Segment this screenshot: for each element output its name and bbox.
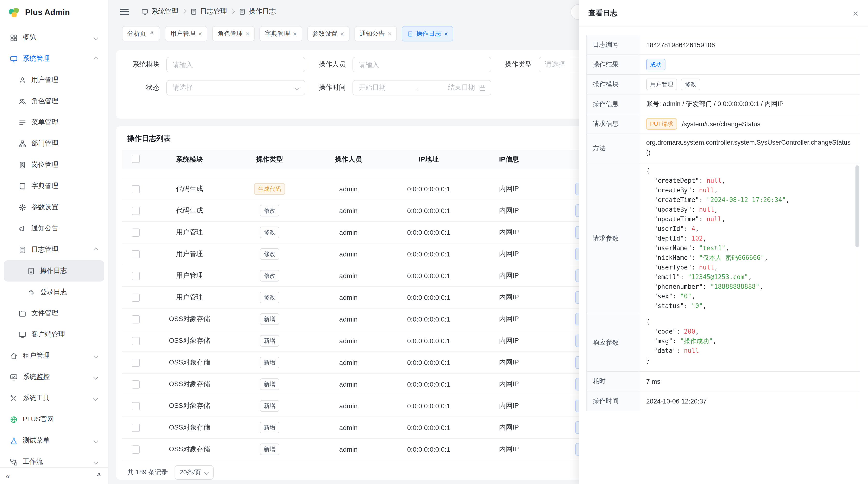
row-checkbox[interactable] bbox=[132, 445, 140, 453]
sidebar-item[interactable]: 参数设置 bbox=[4, 197, 104, 218]
breadcrumb: 系统管理 日志管理 操作日志 bbox=[141, 7, 276, 16]
tab-close-icon[interactable]: × bbox=[388, 30, 392, 37]
page-tab[interactable]: 用户管理 × bbox=[165, 26, 207, 41]
request-params-json[interactable]: { "createDept": null, "createBy": null, … bbox=[646, 166, 854, 311]
row-checkbox[interactable] bbox=[132, 358, 140, 366]
cell-operator: admin bbox=[310, 250, 387, 258]
sidebar-item[interactable]: 岗位管理 bbox=[4, 154, 104, 175]
sidebar-item-icon bbox=[10, 352, 18, 360]
sidebar-item[interactable]: 菜单管理 bbox=[4, 112, 104, 133]
sidebar-item-icon bbox=[18, 330, 27, 338]
sidebar-item[interactable]: 工作流 bbox=[4, 451, 104, 467]
total-records-text: 共 189 条记录 bbox=[127, 468, 168, 477]
scrollbar-thumb[interactable] bbox=[856, 165, 859, 247]
sidebar-item-icon bbox=[27, 267, 35, 275]
sidebar-item[interactable]: PLUS官网 bbox=[4, 409, 104, 430]
start-date-placeholder: 开始日期 bbox=[359, 84, 386, 92]
sidebar-item[interactable]: 登录日志 bbox=[4, 282, 104, 303]
pin-sidebar-icon[interactable] bbox=[95, 473, 102, 479]
cell-operator: admin bbox=[310, 424, 387, 431]
sidebar-item[interactable]: 系统监控 bbox=[4, 366, 104, 388]
page-size-select[interactable]: 20条/页 bbox=[175, 465, 214, 480]
status-select[interactable]: 请选择 bbox=[166, 80, 305, 95]
cell-ip-address: 0:0:0:0:0:0:0:1 bbox=[387, 445, 470, 453]
cell-ip-address: 0:0:0:0:0:0:0:1 bbox=[387, 272, 470, 280]
menu-toggle-icon[interactable] bbox=[120, 8, 129, 15]
close-icon[interactable]: × bbox=[853, 8, 858, 18]
cell-operator: admin bbox=[310, 359, 387, 366]
cell-ip-address: 0:0:0:0:0:0:0:1 bbox=[387, 185, 470, 193]
select-all-checkbox[interactable] bbox=[132, 155, 140, 163]
filter-label-operation-type: 操作类型 bbox=[503, 60, 532, 69]
cell-system-module: 用户管理 bbox=[150, 250, 229, 258]
collapse-sidebar-icon[interactable]: « bbox=[6, 472, 10, 479]
operation-time-range-picker[interactable]: 开始日期 → 结束日期 bbox=[352, 80, 491, 95]
page-tab[interactable]: 字典管理 × bbox=[260, 26, 302, 41]
cell-ip-info: 内网IP bbox=[470, 228, 548, 237]
breadcrumb-item[interactable]: 系统管理 bbox=[141, 7, 179, 16]
sidebar-item[interactable]: 客户端管理 bbox=[4, 324, 104, 345]
sidebar-item[interactable]: 概览 bbox=[4, 27, 104, 48]
sidebar-item[interactable]: 系统管理 bbox=[4, 48, 104, 69]
operation-type-tag: 生成代码 bbox=[254, 183, 285, 195]
app-logo: Plus Admin bbox=[0, 0, 108, 25]
chevron-icon bbox=[93, 459, 98, 464]
detail-row-response-params: 响应参数 { "code": 200, "msg": "操作成功", "data… bbox=[587, 314, 860, 372]
log-detail-table: 日志编号 1842781986426159106 操作结果 成功 操作模块 用户… bbox=[586, 35, 860, 411]
sidebar-menu: 概览 系统管理 用户管理 角色管理 bbox=[0, 25, 108, 467]
row-checkbox[interactable] bbox=[132, 293, 140, 301]
tab-close-icon[interactable]: × bbox=[293, 30, 297, 37]
cell-system-module: OSS对象存储 bbox=[150, 315, 229, 323]
sidebar-item[interactable]: 测试菜单 bbox=[4, 430, 104, 451]
row-checkbox[interactable] bbox=[132, 423, 140, 432]
sidebar-item-icon bbox=[18, 161, 27, 169]
sidebar-item[interactable]: 部门管理 bbox=[4, 133, 104, 154]
row-checkbox[interactable] bbox=[132, 228, 140, 236]
detail-row-request: 请求信息 PUT请求 /system/user/changeStatus bbox=[587, 114, 860, 134]
cell-ip-info: 内网IP bbox=[470, 250, 548, 258]
row-checkbox[interactable] bbox=[132, 206, 140, 215]
cell-ip-info: 内网IP bbox=[470, 445, 548, 454]
row-checkbox[interactable] bbox=[132, 402, 140, 410]
tab-icon bbox=[407, 31, 413, 37]
sidebar-item[interactable]: 角色管理 bbox=[4, 91, 104, 112]
breadcrumb-item[interactable]: 日志管理 bbox=[190, 7, 227, 16]
breadcrumb-item[interactable]: 操作日志 bbox=[239, 7, 276, 16]
system-module-input[interactable] bbox=[166, 57, 305, 72]
row-checkbox[interactable] bbox=[132, 250, 140, 258]
row-checkbox[interactable] bbox=[132, 185, 140, 193]
cell-ip-address: 0:0:0:0:0:0:0:1 bbox=[387, 424, 470, 431]
sidebar-item[interactable]: 字典管理 bbox=[4, 175, 104, 197]
sidebar-item[interactable]: 系统工具 bbox=[4, 388, 104, 409]
sidebar-item[interactable]: 通知公告 bbox=[4, 218, 104, 239]
page-tab[interactable]: 操作日志 × bbox=[402, 26, 453, 41]
sidebar-item[interactable]: 租户管理 bbox=[4, 345, 104, 366]
page-tab[interactable]: 角色管理 × bbox=[212, 26, 255, 41]
row-checkbox[interactable] bbox=[132, 315, 140, 323]
tab-close-icon[interactable]: × bbox=[245, 30, 249, 37]
sidebar-item-label: 测试菜单 bbox=[23, 436, 89, 445]
row-checkbox[interactable] bbox=[132, 272, 140, 280]
tab-close-icon[interactable]: × bbox=[444, 30, 448, 37]
sidebar-item[interactable]: 用户管理 bbox=[4, 69, 104, 91]
sidebar-item-label: 系统管理 bbox=[23, 55, 89, 63]
sidebar-item-label: 部门管理 bbox=[31, 139, 98, 148]
end-date-placeholder: 结束日期 bbox=[448, 84, 475, 92]
app-root: Plus Admin 概览 系统管理 用户管理 bbox=[0, 0, 868, 484]
page-tab[interactable]: 参数设置 × bbox=[307, 26, 349, 41]
scrollbar[interactable] bbox=[856, 165, 859, 312]
row-checkbox[interactable] bbox=[132, 380, 140, 388]
sidebar-item[interactable]: 操作日志 bbox=[4, 260, 104, 282]
row-checkbox[interactable] bbox=[132, 337, 140, 345]
chevron-icon bbox=[93, 438, 98, 443]
page-tab[interactable]: 分析页 × bbox=[122, 26, 160, 41]
cell-ip-info: 内网IP bbox=[470, 336, 548, 345]
tab-close-icon[interactable]: × bbox=[340, 30, 344, 37]
operation-type-tag: 修改 bbox=[260, 248, 279, 260]
sidebar-item[interactable]: 文件管理 bbox=[4, 303, 104, 324]
tab-close-icon[interactable]: × bbox=[198, 30, 202, 37]
sidebar-item[interactable]: 日志管理 bbox=[4, 239, 104, 260]
page-tab[interactable]: 通知公告 × bbox=[354, 26, 397, 41]
operator-input[interactable] bbox=[352, 57, 491, 72]
method-value: org.dromara.system.controller.system.Sys… bbox=[641, 134, 860, 163]
